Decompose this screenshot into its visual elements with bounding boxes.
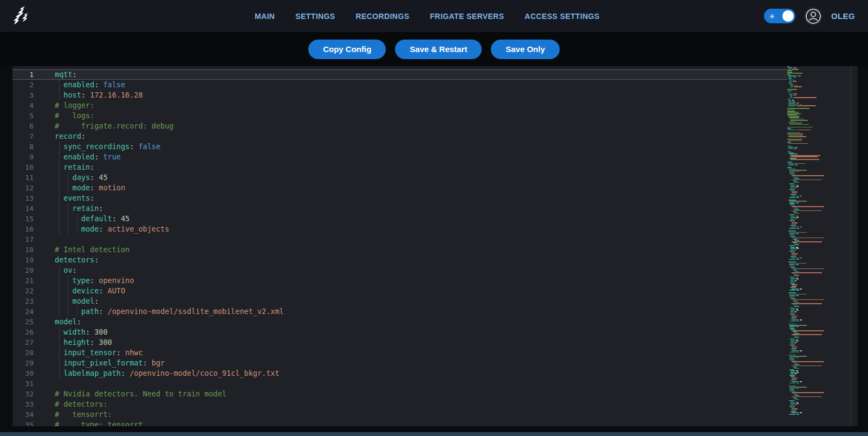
nav-item-recordings[interactable]: RECORDINGS [356, 12, 410, 21]
minimap-line [787, 108, 851, 109]
minimap-line [787, 112, 851, 113]
minimap-line [787, 189, 851, 190]
minimap-line [787, 203, 851, 204]
code-line-text[interactable]: mqtt: [43, 69, 787, 80]
editor-vertical-scrollbar[interactable] [851, 66, 858, 426]
code-line-text[interactable]: # Nvidia detectors. Need to train model [43, 389, 787, 399]
minimap-line [787, 350, 851, 351]
minimap-line [787, 384, 851, 385]
minimap-line [787, 342, 851, 343]
code-line-text[interactable]: record: [43, 131, 787, 142]
minimap-line [787, 303, 851, 304]
minimap-line [787, 131, 851, 132]
code-line-text[interactable]: input_pixel_format: bgr [43, 358, 787, 368]
code-line-text[interactable]: input_tensor: nhwc [43, 348, 787, 358]
minimap-line [787, 271, 851, 272]
code-line-text[interactable]: device: AUTO [43, 286, 787, 296]
code-line-text[interactable]: # tensorrt: [43, 409, 787, 420]
horizontal-scrollbar[interactable] [0, 432, 868, 436]
code-line-text[interactable]: # Intel detection [43, 245, 787, 255]
copy-config-button[interactable]: Copy Config [308, 40, 386, 59]
minimap-line [787, 233, 851, 234]
minimap-line [787, 368, 851, 369]
code-line-text[interactable]: # logger: [43, 100, 787, 111]
code-line-text[interactable] [43, 234, 787, 245]
editor-minimap[interactable] [787, 66, 851, 426]
minimap-line [787, 380, 851, 381]
minimap-line [787, 174, 851, 175]
minimap-line [787, 81, 851, 82]
minimap-line [787, 197, 851, 198]
code-line-text[interactable]: mode: active_objects [43, 224, 787, 234]
code-line-text[interactable]: model: [43, 317, 787, 327]
save-restart-button[interactable]: Save & Restart [395, 40, 482, 59]
minimap-line [787, 102, 851, 104]
minimap-line [787, 387, 851, 388]
minimap-line [787, 329, 851, 330]
code-line-text[interactable]: ov: [43, 265, 787, 275]
code-line-text[interactable]: mode: motion [43, 183, 787, 193]
minimap-line [787, 144, 851, 145]
save-only-button[interactable]: Save Only [491, 40, 560, 59]
minimap-line [787, 321, 851, 322]
code-line-text[interactable]: host: 172.16.16.28 [43, 90, 787, 100]
code-line-text[interactable]: detectors: [43, 255, 787, 265]
minimap-line [787, 70, 851, 71]
nav-item-access-settings[interactable]: ACCESS SETTINGS [524, 12, 599, 21]
minimap-line [787, 278, 851, 279]
code-line-text[interactable]: enabled: false [43, 80, 787, 90]
minimap-line [787, 116, 851, 117]
minimap-line [787, 190, 851, 191]
frigate-logo[interactable] [7, 2, 35, 30]
minimap-line [787, 326, 851, 327]
code-line-text[interactable]: height: 300 [43, 337, 787, 348]
code-line-text[interactable]: # frigate.record: debug [43, 121, 787, 131]
code-line-text[interactable]: enabled: true [43, 152, 787, 162]
minimap-line [787, 202, 851, 203]
code-line-text[interactable]: # detectors: [43, 399, 787, 409]
minimap-line [787, 356, 851, 357]
indent-guide [59, 368, 60, 379]
code-line-text[interactable]: # logs: [43, 111, 787, 121]
nav-item-frigate-servers[interactable]: FRIGATE SERVERS [430, 12, 504, 21]
minimap-line [787, 172, 851, 174]
minimap-line [787, 373, 851, 374]
code-lines: 1mqtt:2 enabled: false3 host: 172.16.16.… [12, 69, 787, 426]
code-line: 32# Nvidia detectors. Need to train mode… [12, 389, 787, 399]
code-line-text[interactable]: type: openvino [43, 275, 787, 286]
config-code-editor[interactable]: 1mqtt:2 enabled: false3 host: 172.16.16.… [12, 66, 858, 426]
minimap-line [787, 361, 851, 362]
user-avatar[interactable] [804, 7, 822, 25]
code-line-text[interactable]: path: /openvino-model/ssdlite_mobilenet_… [43, 306, 787, 317]
code-line-text[interactable]: default: 45 [43, 214, 787, 224]
code-line-text[interactable]: retain: [43, 203, 787, 214]
indent-guide [68, 214, 68, 224]
config-actions-bar: Copy Config Save & Restart Save Only [0, 32, 868, 66]
username-label[interactable]: OLEG [831, 11, 855, 21]
sun-icon: ☀ [769, 12, 775, 20]
minimap-line [787, 249, 851, 251]
code-line-text[interactable]: days: 45 [43, 172, 787, 183]
theme-toggle[interactable]: ☀ [764, 9, 795, 23]
nav-item-main[interactable]: MAIN [255, 12, 275, 21]
code-line-text[interactable]: retain: [43, 162, 787, 172]
line-number: 26 [12, 327, 43, 337]
minimap-line [787, 240, 851, 241]
minimap-line [787, 232, 851, 233]
minimap-line [787, 216, 851, 217]
code-line-text[interactable]: sync_recordings: false [43, 142, 787, 152]
nav-item-settings[interactable]: SETTINGS [295, 12, 335, 21]
code-line-text[interactable]: labelmap_path: /openvino-model/coco_91cl… [43, 368, 787, 379]
code-line-text[interactable] [43, 379, 787, 389]
code-line-text[interactable]: model: [43, 296, 787, 306]
code-line-text[interactable]: width: 300 [43, 327, 787, 337]
minimap-line [787, 66, 851, 67]
minimap-line [787, 397, 851, 399]
line-number: 12 [12, 183, 43, 193]
code-line-text[interactable]: events: [43, 193, 787, 203]
code-line: 17 [12, 234, 787, 245]
minimap-line [787, 151, 851, 152]
code-line-text[interactable]: # type: tensorrt [43, 420, 787, 426]
minimap-line [787, 191, 851, 193]
minimap-line [787, 286, 851, 287]
